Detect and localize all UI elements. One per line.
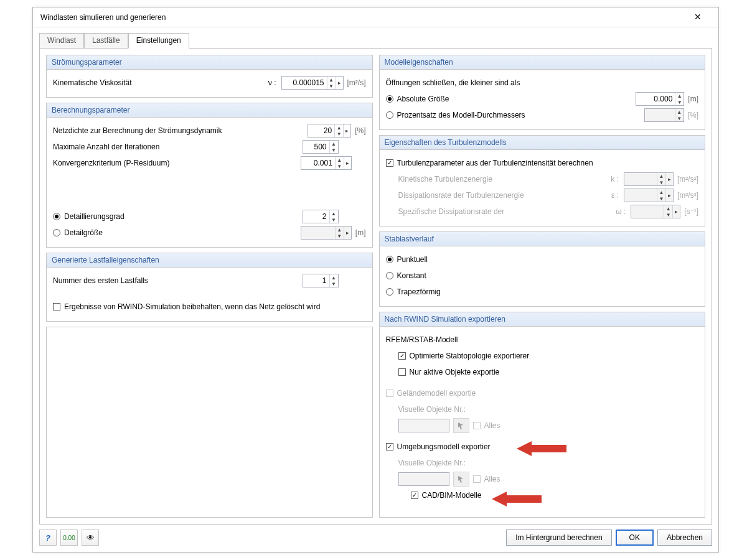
group-model-props: Modelleigenschaften Öffnungen schließen,… bbox=[379, 55, 706, 130]
scrub-icon: ▸ bbox=[665, 173, 673, 185]
radio-detail-level[interactable]: Detaillierungsgrad bbox=[53, 212, 125, 221]
background-calc-button[interactable]: Im Hintergrund berechnen bbox=[506, 530, 611, 546]
viscosity-symbol: ν : bbox=[263, 78, 278, 87]
convergence-label: Konvergenzkriterium (P-Residuum) bbox=[53, 159, 301, 167]
cursor-pick-icon bbox=[457, 475, 466, 483]
omega-symbol: ω : bbox=[612, 207, 627, 216]
tabstrip: Windlast Lastfälle Einstellungen bbox=[39, 32, 712, 48]
max-iter-input[interactable]: ▲▼ bbox=[303, 140, 339, 154]
group-generated-lc: Generierte Lastfalleigenschaften Nummer … bbox=[46, 253, 373, 322]
spinner-icon: ▲▼ bbox=[657, 173, 665, 185]
check-all-2: Alles bbox=[473, 475, 500, 483]
scrub-icon[interactable]: ▸ bbox=[344, 157, 351, 169]
omega-unit: [s⁻¹] bbox=[684, 207, 698, 216]
viscosity-input[interactable]: ▲▼ ▸ bbox=[281, 76, 344, 90]
scrub-icon: ▸ bbox=[665, 189, 673, 202]
preview-button[interactable]: 👁 bbox=[82, 530, 99, 546]
eps-symbol: ε : bbox=[605, 191, 620, 200]
check-cad-bim[interactable]: CAD/BIM-Modelle bbox=[411, 491, 482, 500]
detail-level-value[interactable] bbox=[303, 210, 329, 223]
radio-label: Detaillierungsgrad bbox=[64, 212, 125, 221]
help-icon: ? bbox=[45, 533, 50, 543]
radio-label: Prozentsatz des Modell-Durchmessers bbox=[397, 111, 525, 119]
check-turbulence-from-intensity[interactable]: Turbulenzparameter aus der Turbulenzinte… bbox=[386, 159, 593, 167]
close-openings-label: Öffnungen schließen, die kleiner sind al… bbox=[386, 78, 699, 87]
help-button[interactable]: ? bbox=[39, 530, 57, 546]
group-member-load: Stablastverlauf Punktuell Konstant Trape… bbox=[379, 231, 706, 307]
eps-label: Dissipationsrate der Turbulenzenergie bbox=[398, 191, 606, 200]
spinner-icon[interactable]: ▲▼ bbox=[329, 210, 338, 223]
check-environment-model[interactable]: Umgebungsmodell exportier bbox=[386, 442, 491, 451]
viscosity-value[interactable] bbox=[282, 77, 327, 89]
tabpanel-einstellungen: Strömungsparameter Kinematische Viskosit… bbox=[39, 48, 712, 525]
convergence-input[interactable]: ▲▼ ▸ bbox=[301, 156, 352, 170]
group-calc-parameters: Berechnungsparameter Netzdichte zur Bere… bbox=[46, 103, 373, 248]
radio-percent-diameter[interactable]: Prozentsatz des Modell-Durchmessers bbox=[386, 111, 525, 119]
cancel-button[interactable]: Abbrechen bbox=[657, 530, 712, 546]
radio-constant[interactable]: Konstant bbox=[386, 271, 426, 280]
tab-einstellungen[interactable]: Einstellungen bbox=[128, 33, 189, 49]
spinner-icon: ▲▼ bbox=[664, 205, 672, 218]
first-lc-value[interactable] bbox=[303, 274, 329, 287]
spinner-icon[interactable]: ▲▼ bbox=[675, 93, 684, 105]
radio-absolute-size[interactable]: Absolute Größe bbox=[386, 95, 449, 103]
detail-size-input: ▲▼ ▸ bbox=[301, 226, 352, 240]
scrub-icon: ▸ bbox=[344, 226, 351, 239]
button-label: Abbrechen bbox=[667, 533, 703, 542]
scrub-icon[interactable]: ▸ bbox=[336, 77, 343, 89]
group-heading: Nach RWIND Simulation exportieren bbox=[380, 312, 705, 327]
group-heading: Berechnungsparameter bbox=[47, 103, 372, 118]
viscosity-unit: [m²/s] bbox=[347, 78, 366, 87]
radio-trapezoid[interactable]: Trapezförmig bbox=[386, 287, 441, 296]
check-only-active[interactable]: Nur aktive Objekte exportie bbox=[398, 368, 500, 376]
eye-icon: 👁 bbox=[87, 533, 95, 543]
ok-button[interactable]: OK bbox=[616, 530, 654, 546]
radio-label: Punktuell bbox=[397, 255, 428, 264]
detail-level-input[interactable]: ▲▼ bbox=[303, 210, 339, 223]
spinner-icon[interactable]: ▲▼ bbox=[329, 141, 338, 153]
left-column: Strömungsparameter Kinematische Viskosit… bbox=[46, 55, 373, 518]
scrub-icon[interactable]: ▸ bbox=[343, 124, 350, 137]
group-heading: Strömungsparameter bbox=[47, 55, 372, 70]
close-icon[interactable]: ✕ bbox=[684, 7, 712, 27]
spinner-icon[interactable]: ▲▼ bbox=[329, 274, 338, 287]
omega-label: Spezifische Dissipationsrate der bbox=[398, 207, 613, 216]
dialog-window: Windlasten simulieren und generieren ✕ W… bbox=[32, 7, 719, 553]
check-all-1: Alles bbox=[473, 421, 500, 430]
check-label: Alles bbox=[484, 421, 500, 430]
tab-lastfaelle[interactable]: Lastfälle bbox=[84, 33, 128, 48]
absolute-size-value[interactable] bbox=[636, 93, 675, 105]
spinner-icon: ▲▼ bbox=[657, 189, 665, 202]
check-retain-results[interactable]: Ergebnisse von RWIND-Simulation beibehal… bbox=[53, 302, 320, 311]
max-iter-value[interactable] bbox=[303, 141, 329, 153]
first-lc-label: Nummer des ersten Lastfalls bbox=[53, 276, 303, 285]
cursor-pick-icon bbox=[457, 421, 466, 430]
radio-detail-size[interactable]: Detailgröße bbox=[53, 228, 103, 237]
group-turbulence: Eigenschaften des Turbulenzmodells Turbu… bbox=[379, 135, 706, 226]
units-button[interactable]: 0.00 bbox=[60, 530, 78, 546]
convergence-value[interactable] bbox=[301, 157, 335, 169]
radio-label: Detailgröße bbox=[64, 228, 103, 237]
group-empty-placeholder bbox=[46, 327, 373, 518]
group-heading: Stablastverlauf bbox=[380, 232, 705, 246]
spinner-icon[interactable]: ▲▼ bbox=[335, 157, 344, 169]
spinner-icon[interactable]: ▲▼ bbox=[334, 124, 343, 137]
radio-point[interactable]: Punktuell bbox=[386, 255, 428, 264]
absolute-size-input[interactable]: ▲▼ bbox=[636, 92, 684, 106]
bottom-bar: ? 0.00 👁 Im Hintergrund berechnen OK Abb… bbox=[39, 530, 712, 546]
tab-windlast[interactable]: Windlast bbox=[39, 33, 84, 48]
visual-objects-label-1: Visuelle Objekte Nr.: bbox=[398, 405, 466, 414]
check-label: CAD/BIM-Modelle bbox=[422, 491, 482, 500]
omega-input: ▲▼ ▸ bbox=[631, 205, 680, 218]
spinner-icon: ▲▼ bbox=[335, 226, 344, 239]
mesh-density-input[interactable]: ▲▼ ▸ bbox=[308, 124, 351, 138]
check-label: Alles bbox=[484, 475, 500, 483]
first-lc-input[interactable]: ▲▼ bbox=[303, 274, 339, 287]
spinner-icon[interactable]: ▲▼ bbox=[327, 77, 336, 89]
visual-objects-label-2: Visuelle Objekte Nr.: bbox=[398, 459, 466, 467]
check-opt-topology[interactable]: Optimierte Stabtopologie exportierer bbox=[398, 352, 530, 360]
absolute-size-unit: [m] bbox=[688, 95, 698, 103]
check-label: Ergebnisse von RWIND-Simulation beibehal… bbox=[64, 302, 320, 311]
mesh-density-value[interactable] bbox=[308, 124, 334, 137]
eps-value bbox=[624, 189, 657, 202]
